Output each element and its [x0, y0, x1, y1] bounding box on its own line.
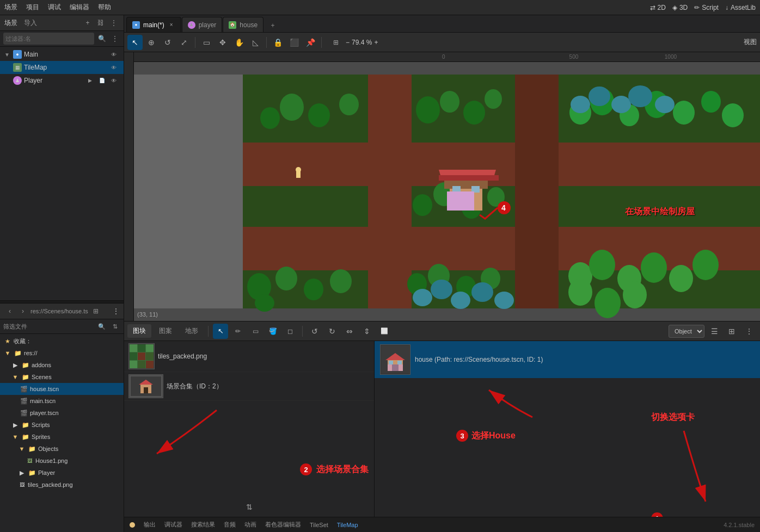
menu-scene[interactable]: 场景 — [4, 3, 17, 12]
fs-res[interactable]: ▼ 📁 res:// — [0, 347, 124, 359]
add-tab-btn[interactable]: + — [266, 19, 279, 32]
scene-panel-header: 场景 导入 + ⛓ ⋮ — [0, 15, 124, 31]
pan-btn[interactable]: ✋ — [231, 35, 247, 50]
editor-toolbar: ↖ ⊕ ↺ ⤢ ▭ ✥ ✋ ◺ 🔒 ⬛ 📌 ⊞ − 79.4 % + 视图 — [124, 33, 760, 52]
svg-rect-2 — [243, 143, 760, 186]
tile-redo-btn[interactable]: ↻ — [324, 324, 340, 339]
more-options-btn[interactable]: ⋮ — [108, 17, 119, 28]
tile-flip-v-btn[interactable]: ⇕ — [359, 324, 375, 339]
svg-rect-88 — [144, 387, 148, 393]
menu-project[interactable]: 项目 — [26, 3, 39, 12]
source-tiles-packed[interactable]: tiles_packed.png — [124, 341, 374, 372]
filesystem-tree: ★ 收藏： ▼ 📁 res:// ▶ 📁 addons ▼ — [0, 334, 124, 532]
menu-editor[interactable]: 编辑器 — [70, 3, 89, 12]
status-audio[interactable]: 音频 — [224, 521, 236, 529]
tile-rect-btn[interactable]: ▭ — [248, 324, 263, 339]
script-btn[interactable]: ✏ Script — [694, 4, 719, 11]
tile-draw-btn[interactable]: ✏ — [230, 324, 246, 339]
fs-forward-btn[interactable]: › — [17, 306, 28, 317]
link-btn[interactable]: ⛓ — [95, 17, 106, 28]
fs-search-icon[interactable]: 🔍 — [96, 321, 107, 332]
zoom-minus-btn[interactable]: − — [346, 39, 350, 46]
tile-undo-btn[interactable]: ↺ — [307, 324, 322, 339]
tilemap-visibility-icon[interactable]: 👁 — [108, 62, 119, 73]
3d-mode-btn[interactable]: ◈ 3D — [672, 4, 688, 11]
view-btn[interactable]: 视图 — [744, 38, 757, 47]
snap-btn[interactable]: ✥ — [215, 35, 230, 50]
fs-more-btn[interactable]: ⋮ — [113, 307, 119, 315]
main-tab-close[interactable]: × — [168, 21, 175, 29]
viewport[interactable]: 0 500 1000 — [124, 52, 760, 321]
object-type-select[interactable]: Object — [669, 325, 704, 338]
tab-tiles[interactable]: 图块 — [127, 324, 151, 338]
source-scene-collection[interactable]: 场景合集（ID：2） — [124, 372, 374, 401]
visibility-icon[interactable]: 👁 — [108, 49, 119, 60]
zoom-plus-btn[interactable]: + — [374, 39, 378, 46]
list-view-btn[interactable]: ☰ — [707, 324, 722, 339]
lock-btn[interactable]: 🔒 — [270, 35, 285, 50]
svg-point-34 — [655, 96, 675, 113]
tile-fill-btn[interactable]: 🪣 — [265, 324, 280, 339]
tab-main[interactable]: ● main(*) × — [126, 17, 181, 32]
add-node-btn[interactable]: + — [82, 17, 93, 28]
status-shader[interactable]: 着色器编辑器 — [265, 521, 301, 529]
scene-filter-input[interactable] — [3, 33, 94, 45]
player-script-icon[interactable]: 📄 — [96, 75, 107, 86]
fs-house-tscn[interactable]: 🎬 house.tscn — [0, 383, 124, 395]
tab-pattern[interactable]: 图案 — [154, 324, 177, 338]
tile-rotate-btn[interactable]: ⬜ — [377, 324, 392, 339]
select-tool-btn[interactable]: ↖ — [127, 35, 143, 50]
group-btn[interactable]: ⬛ — [286, 35, 302, 50]
fs-objects[interactable]: ▼ 📁 Objects — [0, 443, 124, 455]
sort-icon[interactable]: ⇅ — [242, 499, 257, 515]
player-anim-icon[interactable]: ▶ — [84, 75, 95, 86]
zoom-fit-btn[interactable]: ⊞ — [328, 35, 344, 50]
status-search[interactable]: 搜索结果 — [191, 521, 215, 529]
fs-scenes[interactable]: ▼ 📁 Scenes — [0, 371, 124, 383]
settings-btn[interactable]: ⋮ — [741, 324, 757, 339]
tree-item-tilemap[interactable]: ▦ TileMap 👁 — [0, 61, 124, 74]
tree-item-main[interactable]: ▼ ● Main 👁 — [0, 48, 124, 61]
fs-main-tscn[interactable]: 🎬 main.tscn — [0, 395, 124, 407]
status-tileset[interactable]: TileSet — [310, 522, 328, 528]
rotate-tool-btn[interactable]: ↺ — [160, 35, 175, 50]
fs-addons[interactable]: ▶ 📁 addons — [0, 359, 124, 371]
scale-tool-btn[interactable]: ⤢ — [176, 35, 192, 50]
fs-scripts[interactable]: ▶ 📁 Scripts — [0, 419, 124, 431]
player-visibility-icon[interactable]: 👁 — [108, 75, 119, 86]
fs-sort-icon[interactable]: ⇅ — [109, 321, 120, 332]
rect-tool-btn[interactable]: ▭ — [199, 35, 214, 50]
angle-btn[interactable]: ◺ — [248, 35, 263, 50]
tile-flip-h-btn[interactable]: ⇔ — [342, 324, 357, 339]
tree-item-player[interactable]: ♟ Player ▶ 📄 👁 — [0, 74, 124, 87]
tile-select-btn[interactable]: ↖ — [213, 324, 228, 339]
fs-favorites[interactable]: ★ 收藏： — [0, 335, 124, 347]
tab-player[interactable]: ♟ player — [182, 17, 223, 32]
status-tilemap[interactable]: TileMap — [337, 522, 358, 528]
fs-player-tscn[interactable]: 🎬 player.tscn — [0, 407, 124, 419]
status-animation[interactable]: 动画 — [244, 521, 256, 529]
filter-search-icon[interactable]: 🔍 — [96, 33, 107, 44]
fs-back-btn[interactable]: ‹ — [4, 306, 15, 317]
assetlib-btn[interactable]: ↓ AssetLib — [725, 4, 756, 11]
2d-mode-btn[interactable]: ⇄ 2D — [650, 4, 666, 11]
fs-tiles-packed[interactable]: 🖼 tiles_packed.png — [0, 479, 124, 491]
status-debugger[interactable]: 调试器 — [164, 521, 182, 529]
tab-house[interactable]: 🏠 house — [223, 17, 263, 32]
player-tscn-label: player.tscn — [30, 410, 59, 416]
status-output[interactable]: 输出 — [144, 521, 156, 529]
fs-options-btn[interactable]: ⊞ — [90, 306, 101, 317]
pin-btn[interactable]: 📌 — [303, 35, 318, 50]
house-selected-item[interactable]: house (Path: res://Scenes/house.tscn, ID… — [375, 341, 760, 378]
menu-debug[interactable]: 调试 — [48, 3, 61, 12]
tile-erase-btn[interactable]: ◻ — [283, 324, 298, 339]
move-tool-btn[interactable]: ⊕ — [144, 35, 159, 50]
fs-sprites[interactable]: ▼ 📁 Sprites — [0, 431, 124, 443]
game-view[interactable]: 4 在场景中绘制房屋 (33, 11) — [134, 62, 760, 321]
tab-terrain[interactable]: 地形 — [180, 324, 204, 338]
filter-options-icon[interactable]: ⋮ — [109, 33, 120, 44]
fs-player-folder[interactable]: ▶ 📁 Player — [0, 467, 124, 479]
menu-help[interactable]: 帮助 — [98, 3, 111, 12]
fs-house1-png[interactable]: 🖼 House1.png — [0, 455, 124, 467]
grid-view-btn[interactable]: ⊞ — [724, 324, 739, 339]
